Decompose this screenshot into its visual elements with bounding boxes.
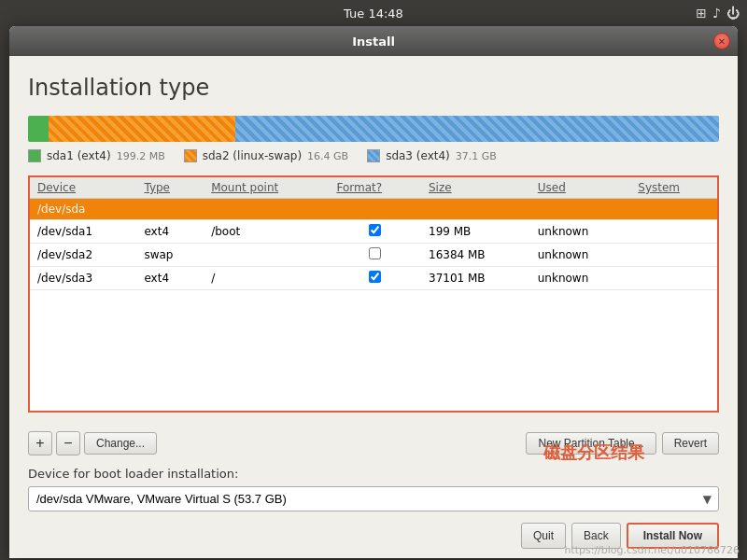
- cell-format[interactable]: [329, 244, 421, 267]
- remove-partition-button[interactable]: −: [56, 431, 80, 455]
- partition-table: Device Type Mount point Format? Size Use…: [28, 175, 719, 413]
- legend-color-sda2: [184, 149, 197, 162]
- disk-segment-sda3: [235, 116, 719, 142]
- cell-system: [630, 267, 717, 290]
- legend-label-sda1: sda1 (ext4): [47, 149, 111, 162]
- install-window: Install Installation type sda1 (ext4) 19…: [9, 26, 738, 558]
- volume-icon: ♪: [712, 6, 721, 21]
- close-button[interactable]: [713, 33, 730, 49]
- titlebar: Install: [9, 26, 738, 56]
- cell-device: /dev/sda2: [30, 244, 136, 267]
- cell-mount: /boot: [204, 220, 329, 244]
- disk-legend: sda1 (ext4) 199.2 MB sda2 (linux-swap) 1…: [28, 149, 719, 162]
- cell-type: ext4: [136, 220, 204, 244]
- revert-button[interactable]: Revert: [662, 432, 719, 455]
- cell-system: [630, 199, 717, 220]
- watermark: https://blog.csdn.net/u010766726: [564, 544, 740, 556]
- legend-size-sda2: 16.4 GB: [307, 150, 348, 162]
- legend-label-sda3: sda3 (ext4): [386, 149, 450, 162]
- taskbar-time: Tue 14:48: [0, 7, 747, 21]
- cell-size: 16384 MB: [421, 244, 530, 267]
- cell-device: /dev/sda: [30, 199, 136, 220]
- col-used: Used: [530, 177, 631, 199]
- cell-used: [530, 199, 631, 220]
- table-header: Device Type Mount point Format? Size Use…: [30, 177, 717, 199]
- cell-format: [329, 199, 421, 220]
- cell-used: unknown: [530, 220, 631, 244]
- cell-type: [136, 199, 204, 220]
- legend-sda1: sda1 (ext4) 199.2 MB: [28, 149, 165, 162]
- legend-sda2: sda2 (linux-swap) 16.4 GB: [184, 149, 348, 162]
- col-type: Type: [136, 177, 204, 199]
- table-row[interactable]: /dev/sda2 swap 16384 MB unknown: [30, 244, 717, 267]
- taskbar: Tue 14:48 ⊞ ♪ ⏻: [0, 0, 747, 26]
- cell-size: [421, 199, 530, 220]
- left-action-buttons: + − Change...: [28, 431, 157, 455]
- table-row[interactable]: /dev/sda3 ext4 / 37101 MB unknown: [30, 267, 717, 290]
- bootloader-label: Device for boot loader installation:: [28, 467, 719, 481]
- cell-type: swap: [136, 244, 204, 267]
- col-system: System: [630, 177, 717, 199]
- cell-system: [630, 220, 717, 244]
- network-icon: ⊞: [696, 6, 707, 21]
- legend-color-sda1: [28, 149, 41, 162]
- col-device: Device: [30, 177, 136, 199]
- col-format: Format?: [329, 177, 421, 199]
- cell-size: 37101 MB: [421, 267, 530, 290]
- content-area: Installation type sda1 (ext4) 199.2 MB s…: [9, 56, 738, 431]
- cell-mount: [204, 199, 329, 220]
- disk-segment-sda2: [49, 116, 235, 142]
- cell-size: 199 MB: [421, 220, 530, 244]
- cell-used: unknown: [530, 244, 631, 267]
- legend-label-sda2: sda2 (linux-swap): [203, 149, 302, 162]
- change-partition-button[interactable]: Change...: [84, 432, 157, 455]
- legend-size-sda3: 37.1 GB: [456, 150, 497, 162]
- disk-annotation: 磁盘分区结果: [543, 441, 644, 464]
- disk-bar: [28, 116, 719, 142]
- taskbar-icons: ⊞ ♪ ⏻: [696, 6, 740, 21]
- legend-sda3: sda3 (ext4) 37.1 GB: [367, 149, 497, 162]
- bootloader-select[interactable]: /dev/sda VMware, VMware Virtual S (53.7 …: [28, 486, 719, 511]
- cell-format[interactable]: [329, 267, 421, 290]
- legend-size-sda1: 199.2 MB: [117, 150, 165, 162]
- cell-format[interactable]: [329, 220, 421, 244]
- cell-system: [630, 244, 717, 267]
- cell-mount: /: [204, 267, 329, 290]
- power-icon[interactable]: ⏻: [726, 6, 740, 21]
- quit-button[interactable]: Quit: [521, 523, 566, 549]
- cell-device: /dev/sda1: [30, 220, 136, 244]
- table-row[interactable]: /dev/sda: [30, 199, 717, 220]
- add-partition-button[interactable]: +: [28, 431, 52, 455]
- window-title: Install: [352, 35, 395, 49]
- legend-color-sda3: [367, 149, 380, 162]
- cell-used: unknown: [530, 267, 631, 290]
- page-title: Installation type: [28, 75, 719, 101]
- disk-segment-sda1: [28, 116, 49, 142]
- cell-mount: [204, 244, 329, 267]
- col-size: Size: [421, 177, 530, 199]
- col-mount: Mount point: [204, 177, 329, 199]
- table-row[interactable]: /dev/sda1 ext4 /boot 199 MB unknown: [30, 220, 717, 244]
- cell-device: /dev/sda3: [30, 267, 136, 290]
- cell-type: ext4: [136, 267, 204, 290]
- bootloader-select-wrapper: /dev/sda VMware, VMware Virtual S (53.7 …: [28, 486, 719, 511]
